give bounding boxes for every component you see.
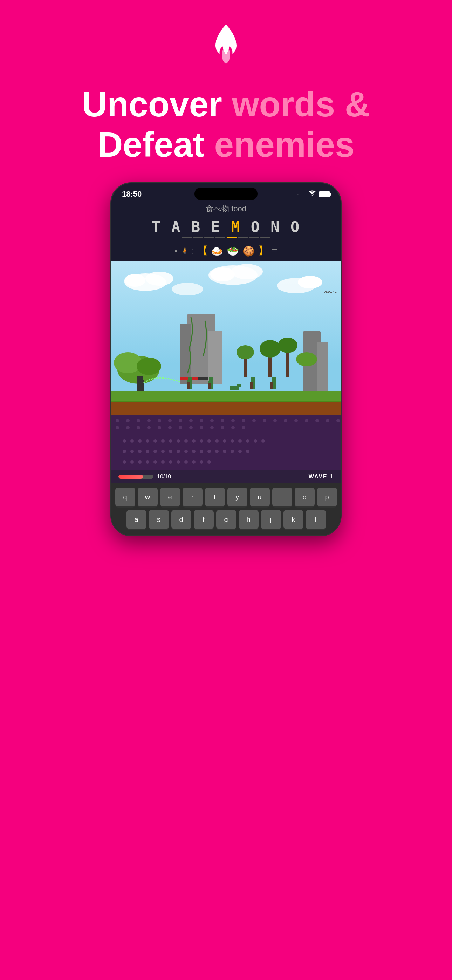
svg-point-51 [116, 426, 119, 430]
cube-icon: ▪ [175, 247, 177, 255]
health-bar [118, 474, 153, 479]
svg-point-33 [158, 419, 161, 422]
status-dots: ···· [297, 191, 306, 197]
key-r[interactable]: r [183, 488, 202, 506]
svg-rect-66 [137, 380, 144, 391]
dot [184, 460, 188, 464]
dot [192, 439, 196, 443]
underline-4 [215, 237, 225, 238]
key-o[interactable]: o [295, 488, 315, 506]
dynamic-island [194, 188, 258, 200]
headline-defeat: Defeat [97, 125, 205, 164]
svg-point-6 [210, 267, 235, 282]
svg-point-9 [172, 283, 203, 296]
key-f[interactable]: f [194, 510, 214, 529]
key-u[interactable]: u [250, 488, 270, 506]
svg-point-61 [221, 426, 224, 430]
underground-area [111, 433, 341, 470]
dot [246, 450, 250, 453]
key-q[interactable]: q [115, 488, 135, 506]
dot [153, 460, 157, 464]
dot [153, 450, 157, 453]
dot [200, 439, 203, 443]
headline-section: Uncover words & Defeat enemies [61, 84, 391, 182]
svg-point-29 [116, 419, 119, 422]
key-i[interactable]: i [272, 488, 292, 506]
svg-point-52 [126, 426, 130, 430]
svg-point-60 [210, 426, 214, 430]
svg-rect-69 [188, 377, 192, 381]
underline-1 [182, 237, 192, 238]
svg-point-44 [273, 419, 277, 422]
word-category: 食べ物 food [111, 202, 341, 216]
svg-point-30 [126, 419, 130, 422]
svg-rect-12 [208, 331, 223, 384]
phone-status-bar: 18:50 ···· [111, 183, 341, 202]
svg-point-46 [294, 419, 298, 422]
headline-uncover: Uncover [82, 84, 222, 124]
keyboard-area: q w e r t y u i o p a s d f g h j k l [111, 483, 341, 535]
dot [192, 450, 196, 453]
inv-figure: 🧍 [181, 247, 188, 255]
headline-enemies: enemies [215, 125, 355, 164]
flame-icon [205, 21, 247, 73]
svg-rect-25 [111, 391, 341, 401]
health-bar-container: 10/10 [118, 474, 171, 480]
category-en: food [231, 204, 246, 213]
headline-line1: Uncover words & [82, 84, 370, 124]
underline-7 [249, 237, 259, 238]
svg-point-2 [145, 272, 173, 286]
underline-8 [260, 237, 270, 238]
inv-bracket-open: 【 [197, 244, 207, 258]
dot [169, 439, 172, 443]
health-text: 10/10 [157, 474, 171, 480]
dot [138, 439, 142, 443]
svg-rect-81 [270, 382, 273, 390]
key-y[interactable]: y [228, 488, 247, 506]
dot [177, 450, 180, 453]
letter-e: E [211, 218, 221, 235]
status-time: 18:50 [122, 189, 142, 199]
dot [254, 439, 257, 443]
svg-point-24 [278, 337, 298, 353]
svg-point-58 [189, 426, 193, 430]
key-d[interactable]: d [171, 510, 191, 529]
svg-point-48 [315, 419, 319, 422]
dot [131, 450, 134, 453]
svg-point-62 [231, 426, 235, 430]
key-a[interactable]: a [126, 510, 146, 529]
svg-point-39 [221, 419, 224, 422]
svg-point-34 [168, 419, 172, 422]
wave-label: WAVE 1 [309, 474, 334, 480]
key-h[interactable]: h [239, 510, 259, 529]
key-l[interactable]: l [306, 510, 326, 529]
inv-bracket-close: 】 [258, 244, 268, 258]
key-p[interactable]: p [317, 488, 337, 506]
svg-rect-11 [180, 324, 191, 384]
dot [192, 460, 196, 464]
svg-rect-28 [111, 415, 341, 433]
dot [169, 450, 172, 453]
svg-rect-27 [111, 401, 341, 402]
key-j[interactable]: j [261, 510, 281, 529]
dot [207, 439, 211, 443]
key-t[interactable]: t [205, 488, 225, 506]
keyboard-row-1: q w e r t y u i o p [114, 488, 338, 506]
svg-rect-75 [237, 384, 242, 387]
game-hud-bottom: 10/10 WAVE 1 [111, 470, 341, 483]
key-w[interactable]: w [138, 488, 158, 506]
svg-point-20 [259, 340, 281, 358]
svg-point-63 [242, 426, 245, 430]
svg-point-54 [147, 426, 151, 430]
svg-point-43 [263, 419, 266, 422]
flame-section [205, 0, 247, 84]
dot [123, 460, 126, 464]
key-e[interactable]: e [160, 488, 180, 506]
key-s[interactable]: s [149, 510, 169, 529]
svg-point-15 [137, 358, 161, 375]
svg-point-47 [305, 419, 308, 422]
key-g[interactable]: g [216, 510, 236, 529]
dot [215, 439, 219, 443]
dot [200, 460, 203, 464]
key-k[interactable]: k [283, 510, 304, 529]
